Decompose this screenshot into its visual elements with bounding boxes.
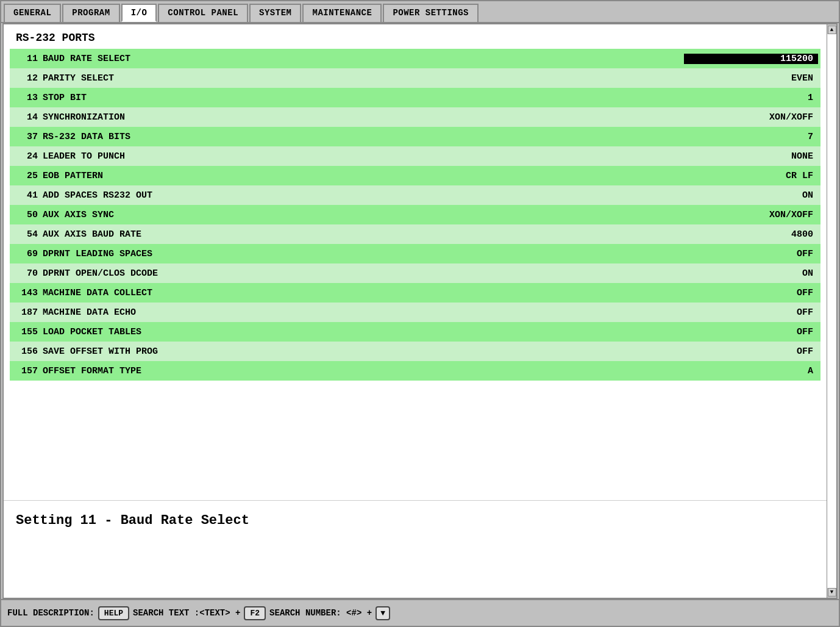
section-title: RS-232 PORTS [4,24,827,49]
setting-row-25[interactable]: 25 EOB PATTERN CR LF [10,166,820,185]
setting-value-13: 1 [684,93,818,103]
setting-label-24: LEADER TO PUNCH [43,151,684,162]
setting-value-11: 115200 [684,54,818,64]
setting-label-54: AUX AXIS BAUD RATE [43,229,684,240]
setting-row-50[interactable]: 50 AUX AXIS SYNC XON/XOFF [10,205,820,224]
setting-row-11[interactable]: 11 BAUD RATE SELECT 115200 [10,49,820,68]
scroll-down-button[interactable]: ▼ [828,588,836,597]
setting-label-13: STOP BIT [43,93,684,103]
setting-value-12: EVEN [684,73,818,84]
setting-number-14: 14 [12,112,43,123]
setting-number-41: 41 [12,190,43,201]
setting-number-11: 11 [12,54,43,64]
setting-number-37: 37 [12,132,43,142]
setting-value-156: OFF [684,346,818,357]
tab-power-settings[interactable]: POWER SETTINGS [383,4,479,22]
settings-table: 11 BAUD RATE SELECT 115200 12 PARITY SEL… [4,49,827,500]
search-text-label: SEARCH TEXT :<TEXT> + [133,608,240,618]
setting-value-54: 4800 [684,229,818,240]
setting-number-50: 50 [12,210,43,220]
setting-label-70: DPRNT OPEN/CLOS DCODE [43,268,684,279]
setting-row-14[interactable]: 14 SYNCHRONIZATION XON/XOFF [10,107,820,127]
setting-number-69: 69 [12,249,43,259]
setting-row-156[interactable]: 156 SAVE OFFSET WITH PROG OFF [10,342,820,361]
setting-value-50: XON/XOFF [684,210,818,220]
setting-value-157: A [684,366,818,376]
tab-control-panel[interactable]: CONTROL PANEL [158,4,248,22]
setting-row-143[interactable]: 143 MACHINE DATA COLLECT OFF [10,283,820,303]
setting-row-54[interactable]: 54 AUX AXIS BAUD RATE 4800 [10,224,820,244]
setting-row-13[interactable]: 13 STOP BIT 1 [10,88,820,107]
setting-label-37: RS-232 DATA BITS [43,132,684,142]
content-area: RS-232 PORTS 11 BAUD RATE SELECT 115200 … [2,23,838,599]
setting-label-155: LOAD POCKET TABLES [43,327,684,337]
scroll-up-button[interactable]: ▲ [828,26,836,34]
setting-value-143: OFF [684,288,818,298]
setting-label-14: SYNCHRONIZATION [43,112,684,123]
setting-row-187[interactable]: 187 MACHINE DATA ECHO OFF [10,303,820,322]
setting-row-157[interactable]: 157 OFFSET FORMAT TYPE A [10,361,820,381]
tab-program[interactable]: PROGRAM [62,4,119,22]
setting-number-70: 70 [12,268,43,279]
full-description-label: FULL DESCRIPTION: [7,608,94,618]
setting-label-143: MACHINE DATA COLLECT [43,288,684,298]
setting-number-25: 25 [12,171,43,181]
tab-system[interactable]: SYSTEM [249,4,301,22]
setting-value-70: ON [684,268,818,279]
setting-number-54: 54 [12,229,43,240]
setting-value-25: CR LF [684,171,818,181]
f2-button[interactable]: F2 [244,606,266,620]
tab-maintenance[interactable]: MAINTENANCE [302,4,382,22]
setting-value-155: OFF [684,327,818,337]
setting-label-50: AUX AXIS SYNC [43,210,684,220]
setting-value-37: 7 [684,132,818,142]
setting-label-11: BAUD RATE SELECT [43,54,684,64]
status-bar: FULL DESCRIPTION: HELP SEARCH TEXT :<TEX… [1,599,839,626]
description-text: Setting 11 - Baud Rate Select [16,513,249,528]
description-area: Setting 11 - Baud Rate Select [4,500,827,598]
help-button[interactable]: HELP [98,606,129,620]
setting-row-69[interactable]: 69 DPRNT LEADING SPACES OFF [10,244,820,263]
setting-value-41: ON [684,190,818,201]
setting-number-13: 13 [12,93,43,103]
setting-label-187: MACHINE DATA ECHO [43,307,684,318]
tab-bar: GENERAL PROGRAM I/O CONTROL PANEL SYSTEM… [1,1,839,23]
setting-label-157: OFFSET FORMAT TYPE [43,366,684,376]
setting-label-69: DPRNT LEADING SPACES [43,249,684,259]
setting-label-12: PARITY SELECT [43,73,684,84]
setting-row-41[interactable]: 41 ADD SPACES RS232 OUT ON [10,185,820,205]
setting-row-70[interactable]: 70 DPRNT OPEN/CLOS DCODE ON [10,263,820,283]
setting-value-24: NONE [684,151,818,162]
dropdown-button[interactable]: ▼ [376,606,390,620]
setting-row-24[interactable]: 24 LEADER TO PUNCH NONE [10,146,820,166]
tab-general[interactable]: GENERAL [4,4,61,22]
setting-value-69: OFF [684,249,818,259]
setting-label-41: ADD SPACES RS232 OUT [43,190,684,201]
tab-io[interactable]: I/O [121,4,157,22]
setting-number-12: 12 [12,73,43,84]
scrollbar[interactable]: ▲ ▼ [827,24,836,598]
setting-row-12[interactable]: 12 PARITY SELECT EVEN [10,68,820,88]
setting-number-24: 24 [12,151,43,162]
setting-label-156: SAVE OFFSET WITH PROG [43,346,684,357]
setting-number-156: 156 [12,346,43,357]
setting-number-143: 143 [12,288,43,298]
setting-value-14: XON/XOFF [684,112,818,123]
setting-row-155[interactable]: 155 LOAD POCKET TABLES OFF [10,322,820,342]
setting-number-155: 155 [12,327,43,337]
main-container: GENERAL PROGRAM I/O CONTROL PANEL SYSTEM… [0,0,840,627]
search-number-label: SEARCH NUMBER: <#> + [269,608,372,618]
setting-number-157: 157 [12,366,43,376]
setting-number-187: 187 [12,307,43,318]
setting-value-187: OFF [684,307,818,318]
setting-row-37[interactable]: 37 RS-232 DATA BITS 7 [10,127,820,146]
setting-label-25: EOB PATTERN [43,171,684,181]
